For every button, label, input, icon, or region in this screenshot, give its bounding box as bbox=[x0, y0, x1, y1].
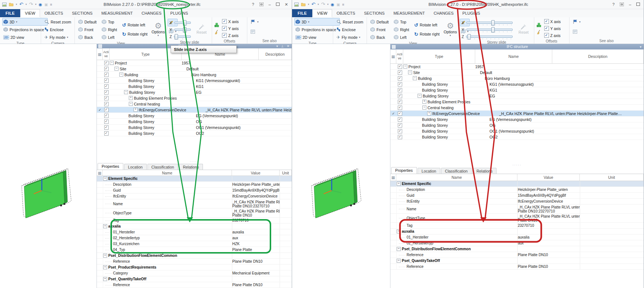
enclose-button[interactable]: Enclose bbox=[43, 26, 72, 33]
enclose-button[interactable]: Enclose bbox=[335, 26, 364, 33]
row-checkbox[interactable]: ✓ bbox=[104, 114, 109, 118]
tree-row[interactable]: ✓ Building Storey KG1 bbox=[97, 84, 292, 89]
radiator-3d-object[interactable] bbox=[19, 151, 82, 219]
column-chooser-icon[interactable]: ▦ bbox=[390, 49, 396, 63]
property-row[interactable]: IfcEntity IfcEnergyConversionDevice bbox=[97, 193, 292, 199]
rotate-right-button[interactable]: ↻Rotate right bbox=[413, 30, 441, 38]
column-chooser-icon[interactable]: ▦ bbox=[390, 174, 396, 181]
tree-row[interactable]: ✓ Building Storey OG bbox=[390, 122, 644, 128]
prop-tab-location[interactable]: Location bbox=[418, 168, 440, 174]
fly-mode-button[interactable]: ✈Fly mode▾ bbox=[43, 33, 72, 41]
open-caret-icon[interactable]: ▾ bbox=[16, 3, 17, 6]
notes-button[interactable] bbox=[572, 28, 582, 36]
ribbon-tab-measurement[interactable]: MEASUREMENT bbox=[97, 9, 137, 17]
slider-track-z[interactable] bbox=[466, 36, 513, 38]
property-row[interactable]: Guid 15mdBayAn9XBy4QYdPggBf bbox=[390, 193, 644, 199]
row-checkbox[interactable]: ✓ bbox=[398, 135, 402, 139]
view-default-button[interactable]: Default bbox=[77, 18, 98, 26]
close-button[interactable]: ✕ bbox=[285, 3, 288, 6]
property-group-row[interactable]: −Pset_QuantityTakeOff bbox=[390, 258, 644, 264]
view-front-button[interactable]: Front bbox=[77, 26, 98, 33]
property-group-row[interactable]: −auxalia bbox=[390, 229, 644, 235]
row-checkbox[interactable]: ✓ bbox=[104, 73, 109, 77]
tree-expand-toggle[interactable]: − bbox=[418, 94, 422, 98]
tree-row[interactable]: ✓ Building Storey OG2 bbox=[390, 134, 644, 140]
offset-checkbox-x[interactable]: ✓ X axis bbox=[222, 18, 239, 25]
tree-row-selected[interactable]: ✓ ✓ +IfcEnergyConversionDevice _H_CAx HZ… bbox=[97, 107, 292, 113]
property-row[interactable]: 03_Kurzzeichen HZK bbox=[97, 241, 292, 247]
tree-expand-toggle[interactable]: + bbox=[134, 108, 138, 112]
property-row[interactable]: Tag 23270710 bbox=[390, 223, 644, 229]
panel-pin-icon[interactable]: ⊥ bbox=[280, 44, 285, 48]
property-row[interactable]: Description Heizkörper-Plane Platte_unte… bbox=[390, 187, 644, 193]
ribbon-tab-objects[interactable]: OBJECTS bbox=[332, 9, 360, 17]
ribbon-tab-view[interactable]: VIEW bbox=[312, 9, 332, 17]
tree-row[interactable]: ✓ Building Storey KG1 (Vermessunsgpunkt) bbox=[97, 78, 292, 84]
radiator-3d-object[interactable] bbox=[309, 151, 372, 219]
view-top-button[interactable]: Top bbox=[101, 18, 118, 26]
row-checkbox[interactable]: ✓ bbox=[104, 84, 109, 89]
tree-expand-toggle[interactable]: + bbox=[427, 111, 431, 115]
redo-caret-icon[interactable]: ▾ bbox=[327, 3, 329, 6]
offset-checkbox-z[interactable]: ✓ Z axis bbox=[544, 32, 561, 39]
tree-expand-toggle[interactable]: + bbox=[129, 96, 133, 100]
tree-row[interactable]: ✓ Building Storey OG2 bbox=[97, 130, 292, 136]
property-row[interactable]: Description Heizkörper-Plane Platte_unte… bbox=[97, 182, 292, 188]
fullscreen-button[interactable] bbox=[620, 3, 624, 6]
group-collapse-toggle[interactable]: − bbox=[103, 265, 107, 269]
minimize-button[interactable]: – bbox=[629, 3, 631, 6]
tree-expand-toggle[interactable]: − bbox=[408, 70, 412, 74]
slider-track-x[interactable] bbox=[466, 22, 513, 24]
row-checkbox[interactable]: ✓ bbox=[398, 129, 402, 133]
row-checkbox[interactable]: ✓ bbox=[104, 67, 109, 71]
panel-dropdown-icon[interactable]: ▾ bbox=[639, 45, 642, 49]
ribbon-tab-measurement[interactable]: MEASUREMENT bbox=[389, 9, 429, 17]
tree-row[interactable]: ✓ Building Storey OG1 (Vermessungspunkt) bbox=[390, 128, 644, 134]
group-collapse-toggle[interactable]: − bbox=[397, 229, 401, 233]
row-checkbox[interactable]: ✓ bbox=[104, 131, 109, 136]
ribbon-tab-changes[interactable]: CHANGES bbox=[429, 9, 458, 17]
row-checkbox[interactable]: ✓ bbox=[104, 78, 109, 83]
rotate-right-button[interactable]: ↻Rotate right bbox=[121, 30, 149, 38]
row-checkbox[interactable]: ✓ bbox=[398, 64, 402, 69]
prop-tab-relations[interactable]: Relations bbox=[472, 168, 496, 174]
row-checkbox[interactable]: ✓ bbox=[104, 125, 109, 130]
file-tab[interactable]: FILE bbox=[0, 9, 20, 17]
offset-checkbox-y[interactable]: ✓ Y axis bbox=[544, 25, 561, 32]
view-top-button[interactable]: Top bbox=[393, 18, 410, 26]
property-row[interactable]: 01_Hersteller auxalia bbox=[390, 235, 644, 240]
property-row[interactable]: 02_Herstellertyp aux bbox=[390, 240, 644, 246]
tree-expand-toggle[interactable]: − bbox=[403, 64, 407, 69]
panel-title-bar[interactable]: IFC structure ▾ bbox=[390, 44, 644, 49]
flag-button[interactable]: ▾ bbox=[250, 18, 260, 26]
row-checkbox[interactable]: ✓ bbox=[104, 90, 109, 95]
property-row[interactable]: Reference Plane Platte DN10 bbox=[97, 282, 292, 288]
view-back-button[interactable]: Back bbox=[369, 33, 390, 41]
ribbon-tab-plugins[interactable]: PLUGINS bbox=[458, 9, 484, 17]
tree-row[interactable]: ✓ Building Storey KG1 bbox=[390, 87, 644, 93]
property-row[interactable]: 02_Herstellertyp aux bbox=[97, 235, 292, 241]
row-checkbox[interactable]: ✓ bbox=[104, 108, 109, 112]
group-collapse-toggle[interactable]: − bbox=[397, 259, 401, 263]
row-checkbox[interactable]: ✓ bbox=[398, 70, 402, 75]
tree-expand-toggle[interactable]: − bbox=[413, 76, 417, 80]
tree-row[interactable]: ✓ −Project 1957 bbox=[390, 64, 644, 70]
ribbon-tab-plugins[interactable]: PLUGINS bbox=[166, 9, 192, 17]
tree-column-headers[interactable]: ▦ Active Type Name Description bbox=[390, 49, 644, 64]
reset-zoom-button[interactable]: Reset zoom bbox=[335, 18, 364, 26]
storey-reset-button[interactable]: Reset bbox=[194, 18, 210, 40]
row-checkbox[interactable]: ✓ bbox=[398, 111, 402, 116]
view-left-button[interactable]: Left bbox=[101, 33, 118, 41]
prop-tab-relations[interactable]: Relations bbox=[179, 164, 203, 170]
tree-row[interactable]: ✓ −Central heating bbox=[390, 105, 644, 111]
view-front-button[interactable]: Front bbox=[369, 26, 390, 33]
tree-row[interactable]: ✓ +Building Element Proxies bbox=[390, 99, 644, 105]
fly-mode-button[interactable]: ✈Fly mode▾ bbox=[335, 33, 364, 41]
panel-splitter[interactable]: ····· bbox=[97, 136, 292, 163]
slider-track-y[interactable] bbox=[174, 29, 191, 31]
offset-checkbox-z[interactable]: ✓ Z axis bbox=[222, 32, 239, 39]
tree-row[interactable]: ✓ −Building Storey EG bbox=[390, 93, 644, 99]
tree-row-selected[interactable]: ✓ ✓ +IfcEnergyConversionDevice _H_CAx HZ… bbox=[390, 111, 644, 117]
row-checkbox[interactable]: ✓ bbox=[398, 117, 402, 122]
group-collapse-toggle[interactable]: − bbox=[103, 254, 107, 258]
